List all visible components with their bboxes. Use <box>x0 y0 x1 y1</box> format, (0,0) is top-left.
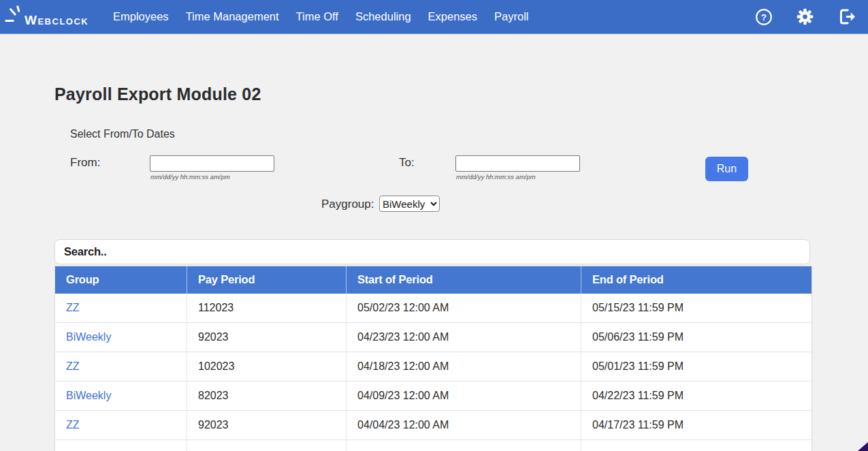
group-cell: BiWeekly <box>55 323 187 352</box>
pay-periods-table: Group Pay Period Start of Period End of … <box>54 266 812 451</box>
pay-period-cell: 102023 <box>187 352 347 382</box>
group-link[interactable]: BiWeekly <box>66 331 111 343</box>
nav-item-expenses[interactable]: Expenses <box>428 10 477 23</box>
nav-menu: EmployeesTime ManagementTime OffScheduli… <box>113 10 528 23</box>
clock-rays-icon <box>4 3 27 31</box>
nav-item-time-management[interactable]: Time Management <box>186 10 279 23</box>
empty-cell <box>187 440 347 451</box>
table-header-row: Group Pay Period Start of Period End of … <box>55 266 812 294</box>
pay-period-cell: 92023 <box>187 411 347 440</box>
nav-item-payroll[interactable]: Payroll <box>494 10 528 23</box>
empty-cell <box>581 440 812 451</box>
col-header-group: Group <box>55 266 187 294</box>
end-of-period-cell: 05/06/23 11:59 PM <box>581 323 812 352</box>
run-button[interactable]: Run <box>705 157 748 181</box>
table-row: BiWeekly8202304/09/23 12:00 AM04/22/23 1… <box>55 382 812 411</box>
top-navbar: WebClock EmployeesTime ManagementTime Of… <box>0 0 868 34</box>
start-of-period-cell: 05/02/23 12:00 AM <box>347 294 581 323</box>
logout-icon[interactable] <box>837 7 856 26</box>
group-cell: ZZ <box>55 411 187 440</box>
col-header-pay-period: Pay Period <box>187 266 347 294</box>
empty-cell <box>55 440 187 451</box>
end-of-period-cell: 04/22/23 11:59 PM <box>581 382 812 411</box>
mouse-cursor-artifact <box>858 442 868 451</box>
paygroup-select[interactable]: BiWeekly <box>379 196 440 212</box>
brand-name: WebClock <box>25 14 89 31</box>
pay-period-cell: 82023 <box>187 382 347 411</box>
paygroup-label: Paygroup: <box>321 198 374 211</box>
table-body: ZZ11202305/02/23 12:00 AM05/15/23 11:59 … <box>55 294 812 451</box>
table-row: ZZ11202305/02/23 12:00 AM05/15/23 11:59 … <box>55 294 812 323</box>
svg-text:?: ? <box>761 12 767 22</box>
to-label: To: <box>399 156 415 170</box>
group-cell: ZZ <box>55 294 187 323</box>
to-date-format-hint: mm/dd/yy hh:mm:ss am/pm <box>456 173 536 181</box>
end-of-period-cell: 05/01/23 11:59 PM <box>581 352 812 382</box>
group-link[interactable]: ZZ <box>66 360 80 372</box>
start-of-period-cell: 04/23/23 12:00 AM <box>347 323 581 352</box>
date-section-label: Select From/To Dates <box>70 128 175 140</box>
nav-item-time-off[interactable]: Time Off <box>296 10 338 23</box>
empty-cell <box>347 440 581 451</box>
nav-item-scheduling[interactable]: Scheduling <box>355 10 411 23</box>
webclock-logo[interactable]: WebClock <box>0 3 108 31</box>
start-of-period-cell: 04/18/23 12:00 AM <box>347 352 581 382</box>
end-of-period-cell: 04/17/23 11:59 PM <box>581 411 812 440</box>
pay-periods-table-wrap: Group Pay Period Start of Period End of … <box>54 266 811 451</box>
group-cell: BiWeekly <box>55 382 187 411</box>
pay-period-cell: 92023 <box>187 323 347 352</box>
end-of-period-cell: 05/15/23 11:59 PM <box>581 294 812 323</box>
col-header-end-of-period: End of Period <box>581 266 812 294</box>
from-label: From: <box>70 156 100 170</box>
table-row-partial <box>55 440 812 451</box>
to-date-input[interactable] <box>455 155 580 172</box>
pay-period-cell: 112023 <box>187 294 347 323</box>
table-row: ZZ10202304/18/23 12:00 AM05/01/23 11:59 … <box>55 352 812 382</box>
from-date-input[interactable] <box>150 155 274 172</box>
payroll-export-page: WebClock EmployeesTime ManagementTime Of… <box>0 0 868 451</box>
start-of-period-cell: 04/09/23 12:00 AM <box>347 382 581 411</box>
nav-item-employees[interactable]: Employees <box>113 10 169 23</box>
group-link[interactable]: ZZ <box>66 419 80 431</box>
group-cell: ZZ <box>55 352 187 382</box>
start-of-period-cell: 04/04/23 12:00 AM <box>347 411 581 440</box>
group-link[interactable]: ZZ <box>66 302 80 313</box>
group-link[interactable]: BiWeekly <box>66 390 111 401</box>
help-icon[interactable]: ? <box>755 8 773 26</box>
col-header-start-of-period: Start of Period <box>347 266 581 294</box>
table-row: ZZ9202304/04/23 12:00 AM04/17/23 11:59 P… <box>55 411 812 440</box>
nav-icon-group: ? <box>755 7 868 26</box>
settings-gear-icon[interactable] <box>796 7 814 26</box>
from-date-format-hint: mm/dd/yy hh:mm:ss am/pm <box>150 173 230 181</box>
table-row: BiWeekly9202304/23/23 12:00 AM05/06/23 1… <box>55 323 812 352</box>
page-title: Payroll Export Module 02 <box>54 84 261 104</box>
search-input[interactable] <box>54 239 810 264</box>
